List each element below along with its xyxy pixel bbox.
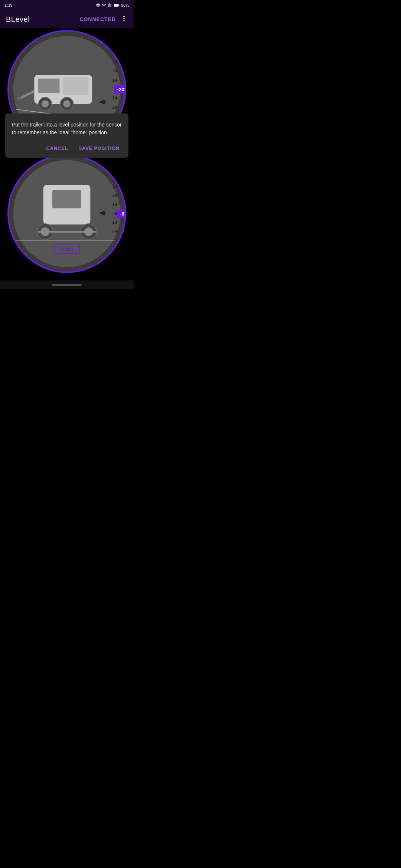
svg-text:10: 10 (113, 96, 117, 100)
angle-badge-bottom: -0° (117, 210, 126, 218)
svg-point-12 (42, 100, 49, 108)
svg-text:10: 10 (113, 202, 117, 207)
svg-text:20: 20 (113, 105, 117, 109)
svg-text:30: 30 (113, 184, 117, 188)
svg-rect-10 (63, 77, 88, 95)
cancel-button[interactable]: CANCEL (44, 144, 70, 152)
wifi-icon (102, 3, 106, 7)
svg-text:20: 20 (113, 69, 117, 73)
save-position-button[interactable]: SAVE POSITION (76, 144, 122, 152)
svg-rect-40 (52, 190, 81, 208)
svg-text:40: 40 (113, 50, 117, 55)
connected-status: CONNECTED (79, 16, 116, 22)
gauge-circle-bottom: 40 30 20 10 0 10 20 30 40 (7, 154, 126, 273)
svg-point-3 (123, 16, 124, 17)
app-bar-right: CONNECTED (79, 13, 129, 26)
settings-icon (96, 3, 100, 7)
status-icons: 96% (96, 3, 129, 7)
svg-text:40: 40 (113, 247, 117, 251)
svg-rect-9 (38, 79, 60, 93)
svg-rect-1 (114, 4, 118, 6)
svg-point-14 (63, 100, 71, 108)
dialog-message: Put the trailer into a level position fo… (12, 121, 122, 137)
mm-badge: 0 mm (54, 244, 80, 254)
status-time: 1:39 (4, 3, 12, 7)
svg-text:30: 30 (113, 238, 117, 243)
app-bar: BLevel CONNECTED (0, 10, 134, 28)
gauge-bottom: 40 30 20 10 0 10 20 30 40 (0, 152, 134, 275)
battery-percent: 96% (121, 3, 129, 7)
battery-icon (114, 3, 120, 7)
svg-point-16 (17, 97, 21, 101)
nav-bar (0, 280, 134, 289)
main-content: 40 30 20 10 0 10 (0, 28, 134, 289)
svg-point-5 (123, 20, 124, 21)
svg-text:10: 10 (113, 220, 117, 224)
nav-pill (52, 284, 82, 286)
svg-text:10: 10 (113, 78, 117, 82)
svg-text:0: 0 (115, 211, 117, 216)
dialog-actions: CANCEL SAVE POSITION (12, 144, 122, 152)
menu-icon[interactable] (119, 13, 129, 26)
svg-text:30: 30 (113, 60, 117, 64)
angle-badge-top: -20° (114, 85, 126, 94)
dialog: Put the trailer into a level position fo… (5, 114, 128, 158)
app-title: BLevel (6, 15, 30, 24)
svg-text:40: 40 (113, 175, 117, 179)
svg-text:20: 20 (113, 229, 117, 234)
status-bar: 1:39 96% (0, 0, 134, 10)
signal-icon (108, 3, 112, 7)
svg-text:20: 20 (113, 193, 117, 197)
svg-rect-2 (118, 5, 119, 6)
svg-point-4 (123, 18, 124, 19)
